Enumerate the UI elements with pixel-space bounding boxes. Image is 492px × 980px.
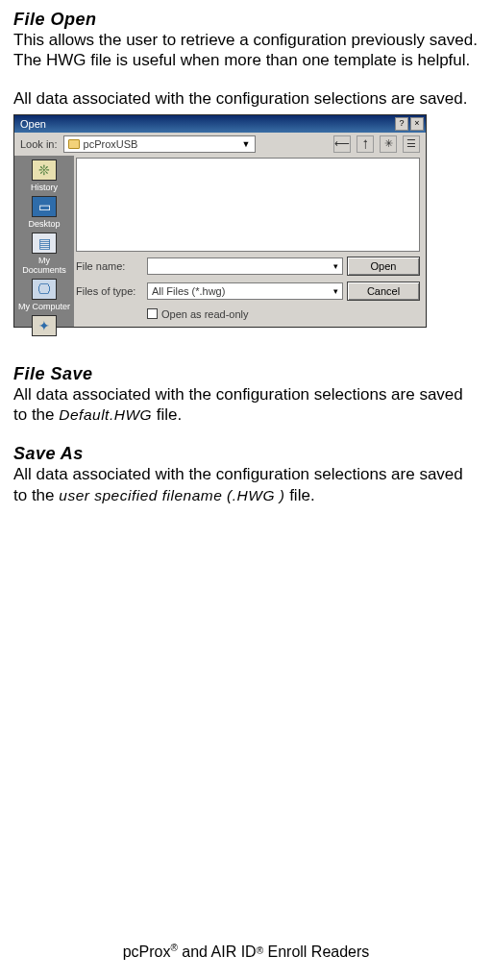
heading-save-as: Save As: [13, 444, 479, 464]
spacer: [13, 71, 479, 88]
help-button[interactable]: ?: [395, 117, 408, 131]
registered-icon: ®: [257, 945, 263, 956]
toolbar-icons: ⟵ ⭡ ✳ ☰: [333, 135, 420, 153]
look-in-dropdown[interactable]: pcProxUSB ▼: [63, 135, 256, 153]
look-in-label: Look in:: [20, 138, 58, 150]
documents-icon: ▤: [32, 233, 57, 254]
dialog-titlebar: Open ? ×: [14, 115, 426, 133]
file-name-input[interactable]: ▾: [147, 257, 343, 275]
page-footer: pcProx® and AIR ID® Enroll Readers: [0, 943, 492, 961]
save-as-filename: user specified filename (.HWG ): [59, 487, 284, 503]
folder-icon: [68, 139, 80, 149]
place-mydocs-label: My Documents: [18, 256, 70, 275]
place-mynet-label: My Network P...: [18, 338, 70, 357]
desktop-icon: ▭: [32, 196, 57, 217]
new-folder-icon[interactable]: ✳: [380, 135, 397, 153]
open-button[interactable]: Open: [347, 257, 420, 276]
chevron-down-icon: ▾: [333, 261, 338, 271]
up-icon[interactable]: ⭡: [357, 135, 374, 153]
place-mycomp[interactable]: 🖵 My Computer: [18, 279, 70, 311]
chevron-down-icon: ▾: [333, 286, 338, 296]
computer-icon: 🖵: [32, 279, 57, 300]
place-mycomp-label: My Computer: [18, 302, 70, 311]
footer-mid: and AIR ID: [178, 943, 257, 960]
place-desktop[interactable]: ▭ Desktop: [18, 196, 70, 229]
registered-icon: ®: [170, 943, 177, 953]
look-in-value: pcProxUSB: [84, 138, 138, 150]
readonly-label: Open as read-only: [161, 308, 249, 320]
views-icon[interactable]: ☰: [403, 135, 420, 153]
heading-file-open: File Open: [13, 10, 479, 30]
footer-pre: pcProx: [123, 943, 171, 960]
files-type-value: All Files (*.hwg): [152, 285, 225, 297]
place-mydocs[interactable]: ▤ My Documents: [18, 233, 70, 275]
chevron-down-icon: ▼: [242, 139, 251, 149]
files-type-dropdown[interactable]: All Files (*.hwg) ▾: [147, 282, 343, 300]
paragraph-file-open-2: All data associated with the configurati…: [13, 88, 479, 109]
history-icon: ❊: [32, 159, 57, 181]
back-icon[interactable]: ⟵: [333, 135, 351, 153]
file-name-label: File name:: [76, 260, 143, 272]
right-pane: File name: ▾ Open Files of type: All Fil…: [74, 156, 426, 327]
spacer: [13, 425, 479, 442]
close-button[interactable]: ×: [410, 117, 424, 131]
file-list-area[interactable]: [76, 158, 420, 252]
save-as-post: file.: [284, 486, 314, 504]
open-dialog: Open ? × Look in: pcProxUSB ▼ ⟵ ⭡ ✳ ☰ ❊ …: [13, 114, 427, 328]
heading-file-save: File Save: [13, 364, 479, 384]
paragraph-file-save: All data associated with the configurati…: [13, 384, 479, 426]
readonly-checkbox[interactable]: Open as read-only: [147, 308, 343, 320]
place-history[interactable]: ❊ History: [18, 159, 70, 192]
dialog-bottom: File name: ▾ Open Files of type: All Fil…: [74, 254, 426, 327]
cancel-button[interactable]: Cancel: [347, 282, 420, 301]
files-type-label: Files of type:: [76, 285, 143, 297]
places-bar: ❊ History ▭ Desktop ▤ My Documents 🖵 My …: [14, 156, 74, 327]
network-icon: ✦: [32, 315, 57, 336]
spacer: [13, 328, 479, 362]
dialog-body: ❊ History ▭ Desktop ▤ My Documents 🖵 My …: [14, 156, 426, 327]
place-history-label: History: [31, 183, 58, 192]
file-save-post: file.: [152, 405, 182, 424]
checkbox-icon: [147, 308, 158, 319]
window-buttons: ? ×: [395, 117, 424, 131]
footer-post: Enroll Readers: [263, 943, 369, 960]
place-desktop-label: Desktop: [28, 219, 60, 229]
paragraph-save-as: All data associated with the configurati…: [13, 464, 479, 505]
place-mynet[interactable]: ✦ My Network P...: [18, 315, 70, 357]
paragraph-file-open-1: This allows the user to retrieve a confi…: [13, 30, 479, 71]
dialog-toolbar: Look in: pcProxUSB ▼ ⟵ ⭡ ✳ ☰: [14, 133, 426, 156]
dialog-title: Open: [20, 118, 46, 130]
file-save-filename: Default.HWG: [59, 406, 152, 423]
